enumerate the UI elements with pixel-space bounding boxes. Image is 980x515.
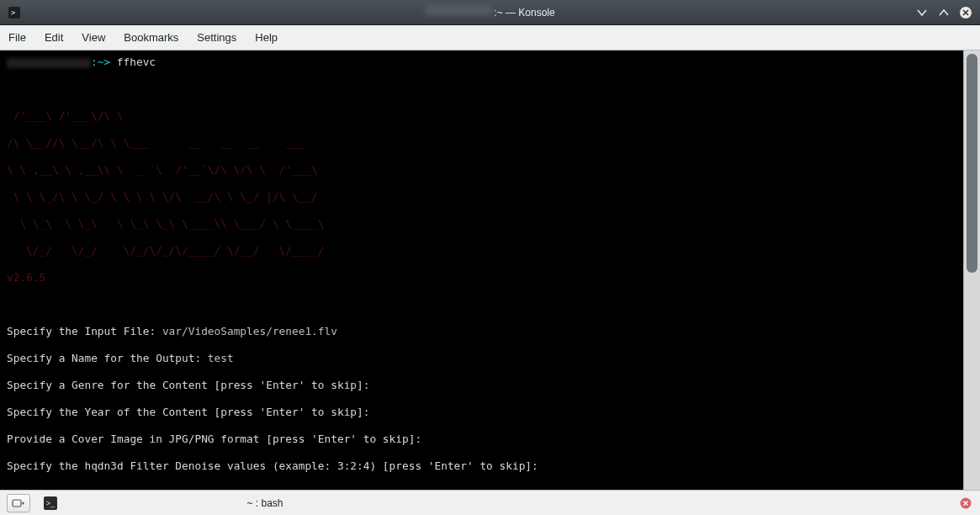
titlebar: > :~ — Konsole <box>0 0 980 25</box>
terminal-icon: >_ <box>44 496 57 510</box>
denoise-label: Specify the hqdn3d Filter Denoise values… <box>7 459 538 472</box>
input-file-label: Specify the Input File: <box>7 325 162 337</box>
version-line: v2.6.5 <box>7 271 958 284</box>
ascii-art-line: \/_/ \/_/ \/_/\/_/\/____/ \/__/ \/____/ <box>7 244 958 258</box>
scrollbar-thumb[interactable] <box>967 54 977 273</box>
statusbar: >_ ~ : bash <box>0 490 980 515</box>
menu-help[interactable]: Help <box>255 31 278 44</box>
menu-settings[interactable]: Settings <box>197 31 236 44</box>
tab-bash[interactable]: >_ ~ : bash <box>37 495 474 512</box>
app-menu-icon[interactable]: > <box>7 5 22 20</box>
svg-rect-3 <box>13 500 21 507</box>
genre-label: Specify a Genre for the Content [press '… <box>7 379 369 391</box>
terminal-area: :~> ffhevc /'___\ /'___\/\ \ /\ \__//\ \… <box>0 50 980 490</box>
terminal[interactable]: :~> ffhevc /'___\ /'___\/\ \ /\ \__//\ \… <box>0 50 963 490</box>
close-icon[interactable] <box>958 5 973 20</box>
close-tab-icon[interactable] <box>958 496 973 511</box>
svg-text:>: > <box>11 8 16 17</box>
prompt-path: :~> <box>91 56 117 68</box>
ascii-art-line: /'___\ /'___\/\ \ <box>7 109 958 123</box>
vertical-scrollbar[interactable] <box>963 50 980 490</box>
ascii-art-line: /\ \__//\ \__/\ \ \___ __ __ __ ___ <box>7 136 958 150</box>
prompt-command: ffhevc <box>117 56 156 68</box>
ascii-art-line: \ \ \_/\ \ \_/ \ \ \ \ \/\ __/\ \ \_/ |/… <box>7 190 958 204</box>
menu-edit[interactable]: Edit <box>45 31 63 44</box>
hostname-blurred <box>425 6 492 16</box>
ascii-art-line: \ \_\ \ \_\ \ \_\ \_\ \____\\ \___/ \ \_… <box>7 217 958 231</box>
window-controls <box>914 5 973 20</box>
minimize-icon[interactable] <box>914 5 930 20</box>
tab-label: ~ : bash <box>62 497 468 509</box>
cover-label: Provide a Cover Image in JPG/PNG format … <box>7 433 421 445</box>
menu-file[interactable]: File <box>8 31 26 44</box>
ascii-art-line: \ \ ,__\ \ ,__\\ \ _ `\ /'__`\/\ \/\ \ /… <box>7 163 958 177</box>
menubar: File Edit View Bookmarks Settings Help <box>0 25 980 50</box>
input-file-value: var/VideoSamples/renee1.flv <box>162 325 337 337</box>
new-tab-button[interactable] <box>7 494 30 512</box>
window-title: :~ — Konsole <box>425 6 554 19</box>
menu-bookmarks[interactable]: Bookmarks <box>124 31 178 44</box>
output-name-value: test <box>208 352 234 364</box>
maximize-icon[interactable] <box>936 5 951 20</box>
output-name-label: Specify a Name for the Output: <box>7 352 208 364</box>
menu-view[interactable]: View <box>82 31 105 44</box>
year-label: Specify the Year of the Content [press '… <box>7 406 369 418</box>
